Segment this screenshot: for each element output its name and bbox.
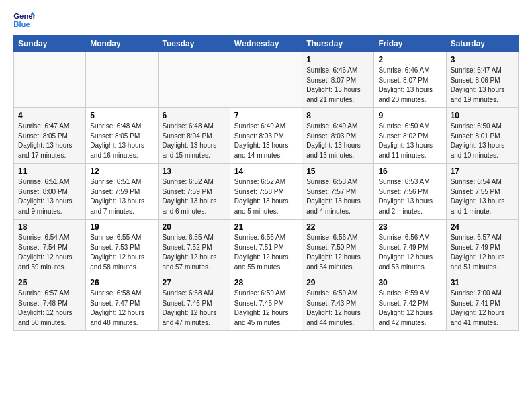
- day-detail: Sunrise: 6:54 AM Sunset: 7:55 PM Dayligh…: [451, 177, 514, 216]
- day-detail: Sunrise: 6:56 AM Sunset: 7:49 PM Dayligh…: [378, 233, 441, 272]
- day-detail: Sunrise: 6:55 AM Sunset: 7:53 PM Dayligh…: [90, 233, 153, 272]
- calendar-cell: 15Sunrise: 6:53 AM Sunset: 7:57 PM Dayli…: [302, 164, 374, 220]
- calendar-cell: 5Sunrise: 6:48 AM Sunset: 8:05 PM Daylig…: [86, 108, 158, 164]
- calendar-cell: 6Sunrise: 6:48 AM Sunset: 8:04 PM Daylig…: [158, 108, 230, 164]
- calendar-cell: 30Sunrise: 6:59 AM Sunset: 7:42 PM Dayli…: [374, 275, 446, 331]
- day-number: 16: [378, 167, 441, 176]
- day-number: 26: [90, 278, 153, 287]
- day-number: 2: [378, 55, 441, 64]
- day-detail: Sunrise: 6:54 AM Sunset: 7:54 PM Dayligh…: [18, 233, 81, 272]
- day-detail: Sunrise: 6:51 AM Sunset: 7:59 PM Dayligh…: [90, 177, 153, 216]
- calendar-cell: [86, 52, 158, 108]
- calendar-week-3: 11Sunrise: 6:51 AM Sunset: 8:00 PM Dayli…: [14, 164, 519, 220]
- day-number: 22: [306, 222, 369, 232]
- day-detail: Sunrise: 6:52 AM Sunset: 7:58 PM Dayligh…: [234, 177, 298, 216]
- header-sunday: Sunday: [14, 36, 86, 52]
- day-number: 8: [306, 111, 369, 120]
- calendar-cell: 9Sunrise: 6:50 AM Sunset: 8:02 PM Daylig…: [374, 108, 446, 164]
- calendar-week-5: 25Sunrise: 6:57 AM Sunset: 7:48 PM Dayli…: [14, 275, 519, 331]
- day-detail: Sunrise: 7:00 AM Sunset: 7:41 PM Dayligh…: [451, 289, 514, 328]
- day-number: 21: [234, 222, 298, 232]
- calendar-cell: 8Sunrise: 6:49 AM Sunset: 8:03 PM Daylig…: [302, 108, 374, 164]
- day-number: 5: [90, 111, 153, 120]
- calendar-cell: 12Sunrise: 6:51 AM Sunset: 7:59 PM Dayli…: [86, 164, 158, 220]
- day-detail: Sunrise: 6:47 AM Sunset: 8:06 PM Dayligh…: [451, 66, 514, 105]
- calendar-week-2: 4Sunrise: 6:47 AM Sunset: 8:05 PM Daylig…: [14, 108, 519, 164]
- day-detail: Sunrise: 6:59 AM Sunset: 7:43 PM Dayligh…: [306, 289, 369, 328]
- day-number: 7: [234, 111, 298, 120]
- day-number: 30: [378, 278, 441, 287]
- day-detail: Sunrise: 6:57 AM Sunset: 7:49 PM Dayligh…: [451, 233, 514, 272]
- day-detail: Sunrise: 6:50 AM Sunset: 8:02 PM Dayligh…: [378, 122, 441, 161]
- calendar-week-1: 1Sunrise: 6:46 AM Sunset: 8:07 PM Daylig…: [14, 52, 519, 108]
- day-number: 20: [163, 222, 226, 232]
- day-number: 25: [18, 278, 81, 287]
- svg-text:Blue: Blue: [13, 20, 30, 28]
- day-detail: Sunrise: 6:47 AM Sunset: 8:05 PM Dayligh…: [18, 122, 81, 161]
- day-detail: Sunrise: 6:46 AM Sunset: 8:07 PM Dayligh…: [306, 66, 369, 105]
- header-tuesday: Tuesday: [158, 36, 230, 52]
- day-number: 12: [90, 167, 153, 176]
- day-detail: Sunrise: 6:56 AM Sunset: 7:50 PM Dayligh…: [306, 233, 369, 272]
- calendar-cell: 10Sunrise: 6:50 AM Sunset: 8:01 PM Dayli…: [446, 108, 518, 164]
- generalblue-logo-icon: General Blue: [13, 11, 35, 30]
- day-number: 24: [451, 222, 514, 232]
- header-monday: Monday: [86, 36, 158, 52]
- day-detail: Sunrise: 6:46 AM Sunset: 8:07 PM Dayligh…: [378, 66, 441, 105]
- calendar-cell: 14Sunrise: 6:52 AM Sunset: 7:58 PM Dayli…: [230, 164, 302, 220]
- calendar-cell: 31Sunrise: 7:00 AM Sunset: 7:41 PM Dayli…: [446, 275, 518, 331]
- calendar-cell: 13Sunrise: 6:52 AM Sunset: 7:59 PM Dayli…: [158, 164, 230, 220]
- calendar-cell: [230, 52, 302, 108]
- day-detail: Sunrise: 6:59 AM Sunset: 7:45 PM Dayligh…: [234, 289, 298, 328]
- header-saturday: Saturday: [446, 36, 518, 52]
- day-number: 15: [306, 167, 369, 176]
- calendar-cell: 24Sunrise: 6:57 AM Sunset: 7:49 PM Dayli…: [446, 220, 518, 275]
- calendar-cell: 20Sunrise: 6:55 AM Sunset: 7:52 PM Dayli…: [158, 220, 230, 275]
- day-detail: Sunrise: 6:59 AM Sunset: 7:42 PM Dayligh…: [378, 289, 441, 328]
- day-number: 29: [306, 278, 369, 287]
- day-number: 9: [378, 111, 441, 120]
- day-number: 23: [378, 222, 441, 232]
- day-number: 31: [451, 278, 514, 287]
- day-detail: Sunrise: 6:49 AM Sunset: 8:03 PM Dayligh…: [234, 122, 298, 161]
- header: General Blue: [13, 11, 519, 30]
- calendar-cell: 27Sunrise: 6:58 AM Sunset: 7:46 PM Dayli…: [158, 275, 230, 331]
- calendar-cell: 4Sunrise: 6:47 AM Sunset: 8:05 PM Daylig…: [14, 108, 86, 164]
- calendar-cell: 16Sunrise: 6:53 AM Sunset: 7:56 PM Dayli…: [374, 164, 446, 220]
- day-detail: Sunrise: 6:51 AM Sunset: 8:00 PM Dayligh…: [18, 177, 81, 216]
- day-number: 28: [234, 278, 298, 287]
- logo: General Blue: [13, 11, 35, 30]
- day-number: 6: [163, 111, 226, 120]
- calendar-cell: 7Sunrise: 6:49 AM Sunset: 8:03 PM Daylig…: [230, 108, 302, 164]
- day-number: 4: [18, 111, 81, 120]
- calendar-cell: 23Sunrise: 6:56 AM Sunset: 7:49 PM Dayli…: [374, 220, 446, 275]
- day-detail: Sunrise: 6:52 AM Sunset: 7:59 PM Dayligh…: [163, 177, 226, 216]
- day-detail: Sunrise: 6:56 AM Sunset: 7:51 PM Dayligh…: [234, 233, 298, 272]
- day-detail: Sunrise: 6:53 AM Sunset: 7:56 PM Dayligh…: [378, 177, 441, 216]
- day-number: 27: [163, 278, 226, 287]
- calendar-cell: 2Sunrise: 6:46 AM Sunset: 8:07 PM Daylig…: [374, 52, 446, 108]
- day-detail: Sunrise: 6:49 AM Sunset: 8:03 PM Dayligh…: [306, 122, 369, 161]
- calendar-cell: 19Sunrise: 6:55 AM Sunset: 7:53 PM Dayli…: [86, 220, 158, 275]
- calendar-cell: 17Sunrise: 6:54 AM Sunset: 7:55 PM Dayli…: [446, 164, 518, 220]
- calendar-cell: 1Sunrise: 6:46 AM Sunset: 8:07 PM Daylig…: [302, 52, 374, 108]
- day-number: 14: [234, 167, 298, 176]
- day-number: 1: [306, 55, 369, 64]
- day-number: 10: [451, 111, 514, 120]
- day-number: 3: [451, 55, 514, 64]
- calendar-cell: 25Sunrise: 6:57 AM Sunset: 7:48 PM Dayli…: [14, 275, 86, 331]
- calendar-header-row: SundayMondayTuesdayWednesdayThursdayFrid…: [14, 36, 519, 52]
- header-wednesday: Wednesday: [230, 36, 302, 52]
- day-number: 11: [18, 167, 81, 176]
- calendar-cell: 22Sunrise: 6:56 AM Sunset: 7:50 PM Dayli…: [302, 220, 374, 275]
- calendar-cell: 26Sunrise: 6:58 AM Sunset: 7:47 PM Dayli…: [86, 275, 158, 331]
- day-detail: Sunrise: 6:58 AM Sunset: 7:46 PM Dayligh…: [163, 289, 226, 328]
- calendar-cell: 3Sunrise: 6:47 AM Sunset: 8:06 PM Daylig…: [446, 52, 518, 108]
- calendar-table: SundayMondayTuesdayWednesdayThursdayFrid…: [13, 35, 519, 331]
- day-detail: Sunrise: 6:50 AM Sunset: 8:01 PM Dayligh…: [451, 122, 514, 161]
- day-number: 18: [18, 222, 81, 232]
- calendar-cell: 21Sunrise: 6:56 AM Sunset: 7:51 PM Dayli…: [230, 220, 302, 275]
- day-detail: Sunrise: 6:48 AM Sunset: 8:05 PM Dayligh…: [90, 122, 153, 161]
- day-number: 13: [163, 167, 226, 176]
- day-number: 19: [90, 222, 153, 232]
